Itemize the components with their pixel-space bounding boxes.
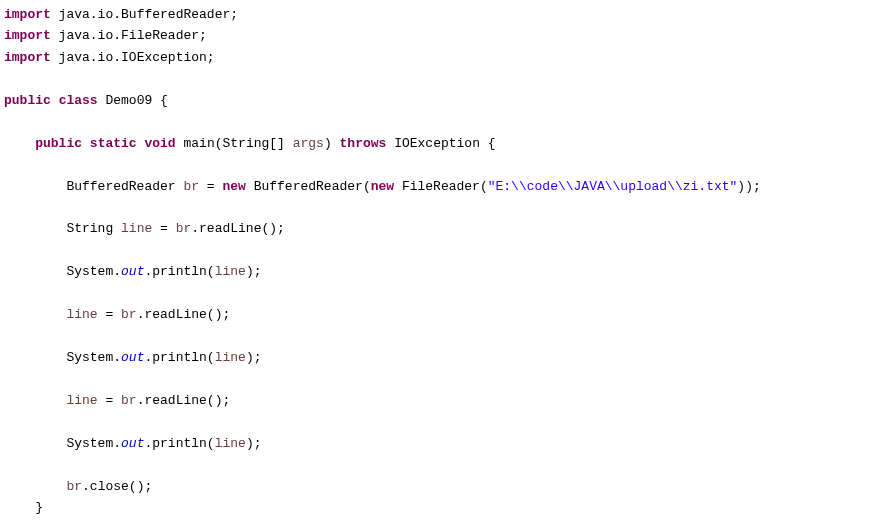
- var-line-6: line: [215, 436, 246, 451]
- kw-new-2: new: [371, 179, 394, 194]
- l4b-1: =: [98, 307, 121, 322]
- field-out-1: out: [121, 264, 144, 279]
- arg-args: args: [293, 136, 324, 151]
- var-line-4: line: [215, 350, 246, 365]
- import-1: java.io.BufferedReader;: [51, 7, 238, 22]
- l2c: .readLine();: [191, 221, 285, 236]
- var-line-5: line: [66, 393, 97, 408]
- l3c-1: );: [246, 264, 262, 279]
- var-br-3: br: [121, 307, 137, 322]
- var-br-2: br: [176, 221, 192, 236]
- l3c-3: );: [246, 436, 262, 451]
- import-2: java.io.FileReader;: [51, 28, 207, 43]
- kw-new-1: new: [222, 179, 245, 194]
- close-rest: .close();: [82, 479, 152, 494]
- kw-throws: throws: [340, 136, 387, 151]
- l4c-2: .readLine();: [137, 393, 231, 408]
- l4a-2: [4, 393, 66, 408]
- l4a-1: [4, 307, 66, 322]
- class-name: Demo09 {: [98, 93, 168, 108]
- l3b-2: .println(: [144, 350, 214, 365]
- l1b: =: [199, 179, 222, 194]
- l3b-3: .println(: [144, 436, 214, 451]
- var-line-1: line: [121, 221, 152, 236]
- brace-close-inner: }: [4, 500, 43, 515]
- l3a-2: System.: [4, 350, 121, 365]
- field-out-2: out: [121, 350, 144, 365]
- l3c-2: );: [246, 350, 262, 365]
- l2a: String: [4, 221, 121, 236]
- var-line-3: line: [66, 307, 97, 322]
- l3a-1: System.: [4, 264, 121, 279]
- kw-void: void: [144, 136, 175, 151]
- l3a-3: System.: [4, 436, 121, 451]
- l-close: [4, 479, 66, 494]
- field-out-3: out: [121, 436, 144, 451]
- l1a: BufferedReader: [4, 179, 183, 194]
- l1d: FileReader(: [394, 179, 488, 194]
- kw-static: static: [90, 136, 137, 151]
- l4b-2: =: [98, 393, 121, 408]
- l3b-1: .println(: [144, 264, 214, 279]
- var-br-4: br: [121, 393, 137, 408]
- import-3: java.io.IOException;: [51, 50, 215, 65]
- l1e: ));: [737, 179, 760, 194]
- file-string: "E:\\code\\JAVA\\upload\\zi.txt": [488, 179, 738, 194]
- l1c: BufferedReader(: [246, 179, 371, 194]
- main-sig-2: ): [324, 136, 340, 151]
- var-line-2: line: [215, 264, 246, 279]
- kw-public: public: [4, 93, 51, 108]
- var-br-1: br: [183, 179, 199, 194]
- kw-class: class: [59, 93, 98, 108]
- kw-import-1: import: [4, 7, 51, 22]
- l2b: =: [152, 221, 175, 236]
- main-sig-1: main(String[]: [176, 136, 293, 151]
- code-block: import java.io.BufferedReader; import ja…: [4, 4, 880, 522]
- kw-import-3: import: [4, 50, 51, 65]
- l4c-1: .readLine();: [137, 307, 231, 322]
- throws-rest: IOException {: [386, 136, 495, 151]
- kw-import-2: import: [4, 28, 51, 43]
- kw-public-2: public: [35, 136, 82, 151]
- var-br-5: br: [66, 479, 82, 494]
